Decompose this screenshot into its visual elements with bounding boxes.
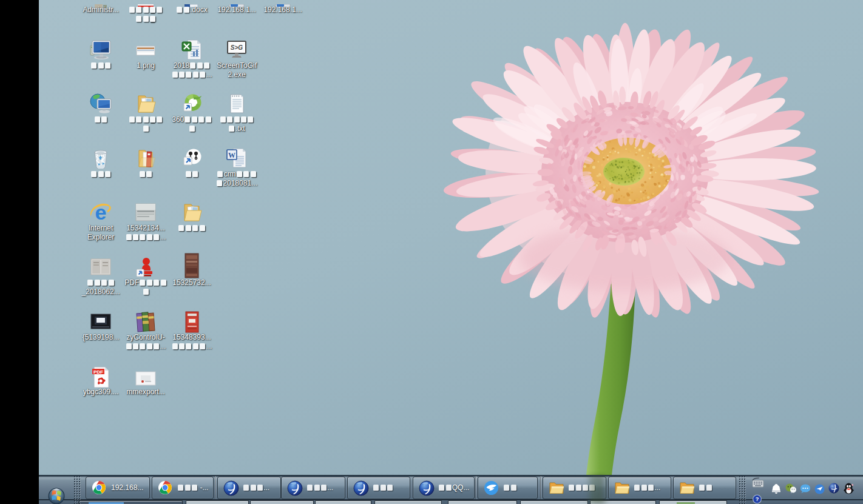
svg-text:W: W	[228, 151, 235, 160]
svg-text:?: ?	[756, 496, 759, 502]
svg-text:PDF: PDF	[93, 369, 103, 375]
svg-text:S>G: S>G	[231, 44, 243, 51]
